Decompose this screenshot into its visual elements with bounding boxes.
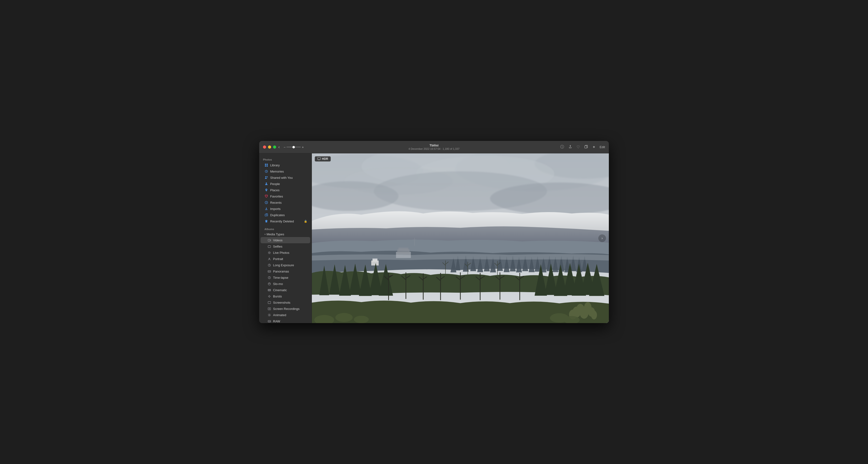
svg-rect-13	[268, 246, 271, 248]
albums-section-header: Albums	[260, 226, 310, 232]
sidebar-item-panoramas[interactable]: Panoramas	[260, 268, 310, 274]
albums-section: Albums ▾ Media Types Videos	[259, 226, 312, 323]
zoom-out-button[interactable]: −	[284, 145, 285, 149]
sidebar-item-selfies[interactable]: Selfies	[260, 243, 310, 250]
sidebar-item-recently-deleted[interactable]: Recently Deleted 🔒	[260, 218, 310, 224]
svg-rect-26	[268, 301, 271, 304]
library-icon	[265, 163, 268, 167]
media-types-chevron: ▾	[265, 233, 266, 236]
svg-rect-11	[265, 214, 267, 216]
screenshots-icon	[267, 300, 271, 304]
sidebar-item-live-photos[interactable]: Live Photos	[260, 250, 310, 256]
sidebar-item-library[interactable]: Library	[260, 162, 310, 168]
photo-display	[312, 153, 609, 323]
svg-rect-47	[399, 248, 408, 251]
sidebar-item-slo-mo[interactable]: Slo-mo	[260, 281, 310, 287]
sidebar-label-selfies: Selfies	[273, 245, 307, 248]
sidebar-label-memories: Memories	[270, 170, 307, 173]
sidebar-item-cinematic[interactable]: Cinematic	[260, 287, 310, 293]
photos-section-label: Photos	[259, 156, 312, 162]
sidebar-item-people[interactable]: People	[260, 181, 310, 187]
long-exposure-icon	[267, 263, 271, 267]
info-button[interactable]: ⓘ	[560, 145, 564, 150]
sidebar-item-bursts[interactable]: Bursts	[260, 293, 310, 299]
svg-point-7	[267, 176, 268, 177]
close-button[interactable]	[263, 145, 266, 149]
sidebar-item-favorites[interactable]: Favorites	[260, 193, 310, 199]
sidebar-label-panoramas: Panoramas	[273, 270, 307, 273]
svg-rect-3	[265, 165, 266, 167]
sidebar-item-places[interactable]: Places	[260, 187, 310, 193]
sidebar-item-imports[interactable]: Imports	[260, 206, 310, 212]
sidebar-label-screen-recordings: Screen Recordings	[273, 307, 307, 311]
svg-rect-1	[265, 164, 266, 165]
sidebar-label-bursts: Bursts	[273, 295, 307, 298]
sidebar-label-people: People	[270, 182, 307, 186]
sidebar-item-raw[interactable]: RAW RAW	[260, 318, 310, 323]
photo-subtitle: 4 December 2022 16:57:54 · 1,180 of 1,33…	[409, 147, 460, 150]
sidebar-label-cinematic: Cinematic	[273, 288, 307, 292]
svg-point-15	[269, 252, 270, 253]
sidebar-item-long-exposure[interactable]: Long Exposure	[260, 262, 310, 268]
sidebar-item-time-lapse[interactable]: Time-lapse	[260, 274, 310, 281]
sidebar-item-animated[interactable]: Animated	[260, 312, 310, 318]
sidebar-label-recently-deleted: Recently Deleted	[270, 220, 302, 223]
people-icon	[265, 182, 268, 186]
svg-point-17	[269, 258, 270, 259]
sidebar-label-shared-with-you: Shared with You	[270, 176, 307, 179]
places-icon	[265, 188, 268, 192]
sidebar-item-videos[interactable]: Videos	[260, 237, 310, 243]
back-button[interactable]: ‹	[278, 145, 280, 150]
sidebar-item-screen-recordings[interactable]: Screen Recordings	[260, 306, 310, 312]
videos-icon	[267, 238, 271, 242]
app-window: ‹ − + Tbilisi 4 December 2022 16:57:54 ·…	[259, 141, 609, 323]
share-button[interactable]	[568, 145, 572, 150]
maximize-button[interactable]	[273, 145, 276, 149]
next-photo-button[interactable]: ›	[598, 234, 606, 242]
sidebar-label-imports: Imports	[270, 207, 307, 211]
sidebar-label-slo-mo: Slo-mo	[273, 282, 307, 286]
minimize-button[interactable]	[268, 145, 271, 149]
svg-point-14	[269, 245, 269, 246]
svg-rect-2	[267, 164, 268, 165]
sidebar-item-screenshots[interactable]: Screenshots	[260, 299, 310, 306]
media-types-label: Media Types	[267, 232, 307, 236]
landscape-svg	[312, 153, 609, 323]
slider-track[interactable]	[286, 147, 301, 147]
media-types-header[interactable]: ▾ Media Types	[260, 232, 310, 237]
sidebar-item-recents[interactable]: Recents	[260, 199, 310, 206]
svg-point-130	[354, 316, 369, 323]
sidebar-item-shared-with-you[interactable]: Shared with You	[260, 174, 310, 181]
edit-button[interactable]: Edit	[600, 145, 605, 149]
sidebar-item-memories[interactable]: Memories	[260, 168, 310, 174]
sidebar-label-portrait: Portrait	[273, 257, 307, 261]
lock-icon: 🔒	[304, 220, 307, 223]
hdr-badge: HDR	[315, 156, 331, 162]
sidebar-label-live-photos: Live Photos	[273, 251, 307, 255]
svg-rect-0	[585, 146, 587, 148]
slider-thumb[interactable]	[292, 146, 295, 148]
svg-rect-10	[265, 209, 268, 210]
favorite-button[interactable]: ♡	[577, 145, 580, 149]
svg-rect-12	[268, 239, 270, 241]
sidebar-item-portrait[interactable]: Portrait	[260, 256, 310, 262]
live-photos-icon	[267, 251, 271, 255]
svg-text:RAW: RAW	[269, 321, 271, 322]
shared-with-you-icon	[265, 176, 268, 179]
slo-mo-icon	[267, 282, 271, 286]
svg-point-8	[266, 183, 267, 184]
titlebar-controls: ⓘ ♡ ✦ Edit	[560, 145, 605, 150]
enhance-button[interactable]: ✦	[592, 145, 595, 149]
bursts-icon	[267, 294, 271, 298]
svg-rect-22	[268, 289, 271, 291]
zoom-slider[interactable]: − +	[284, 145, 304, 149]
zoom-in-button[interactable]: +	[302, 145, 304, 149]
recently-deleted-icon	[265, 219, 268, 223]
sidebar-item-duplicates[interactable]: Duplicates	[260, 212, 310, 218]
main-content: Photos Library Memories Shared	[259, 153, 609, 323]
svg-point-129	[335, 313, 352, 322]
sidebar-label-favorites: Favorites	[270, 195, 307, 198]
cinematic-icon	[267, 288, 271, 292]
panoramas-icon	[267, 269, 271, 273]
duplicate-button[interactable]	[584, 145, 588, 150]
